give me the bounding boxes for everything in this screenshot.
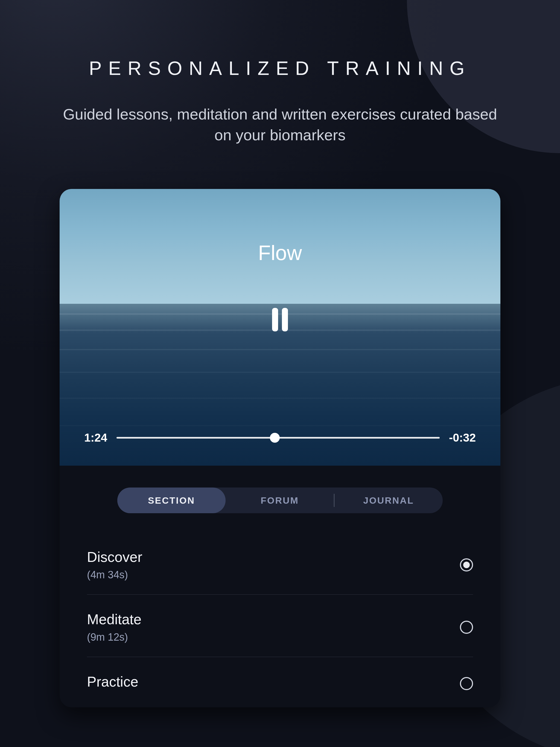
time-remaining: -0:32 [449,431,476,444]
svg-rect-1 [282,308,288,331]
pause-icon [271,308,289,331]
list-item[interactable]: Practice [87,657,473,707]
lesson-card: Flow 1:24 -0:32 SECTION [59,189,501,707]
list-item[interactable]: Discover (4m 34s) [87,532,473,595]
list-item-title: Meditate [87,611,142,627]
media-player: Flow 1:24 -0:32 [59,189,501,466]
scrub-bar: 1:24 -0:32 [84,431,476,444]
track-title: Flow [59,241,501,265]
list-item-text: Practice [87,673,138,694]
pause-button[interactable] [267,307,293,333]
radio-unselected-icon[interactable] [460,677,473,690]
tab-label: JOURNAL [363,495,414,506]
list-item-title: Discover [87,549,142,565]
hero-title: PERSONALIZED TRAINING [89,57,471,79]
wave-decoration [59,398,501,398]
page: PERSONALIZED TRAINING Guided lessons, me… [0,0,560,747]
tab-section[interactable]: SECTION [117,488,226,513]
list-item-duration: (9m 12s) [87,632,142,643]
tab-forum[interactable]: FORUM [226,488,334,513]
scrub-track[interactable] [117,437,440,439]
radio-selected-icon[interactable] [460,558,473,571]
wave-decoration [59,372,501,373]
time-elapsed: 1:24 [84,431,107,444]
list-item-duration: (4m 34s) [87,569,142,581]
list-item[interactable]: Meditate (9m 12s) [87,595,473,657]
list-item-title: Practice [87,673,138,690]
list-item-text: Meditate (9m 12s) [87,611,142,643]
segmented-control: SECTION FORUM JOURNAL [117,488,443,513]
radio-unselected-icon[interactable] [460,621,473,634]
tab-journal[interactable]: JOURNAL [334,488,443,513]
wave-decoration [59,425,501,426]
section-list: Discover (4m 34s) Meditate (9m 12s) [87,532,473,707]
scrub-thumb[interactable] [270,433,280,443]
tab-label: SECTION [148,495,195,506]
list-item-text: Discover (4m 34s) [87,549,142,581]
hero-subtitle: Guided lessons, meditation and written e… [61,104,499,145]
wave-decoration [59,349,501,350]
svg-rect-0 [272,308,278,331]
tab-label: FORUM [261,495,299,506]
radio-dot [463,562,470,568]
lesson-panel: SECTION FORUM JOURNAL Discover (4m 34s) [59,466,501,707]
